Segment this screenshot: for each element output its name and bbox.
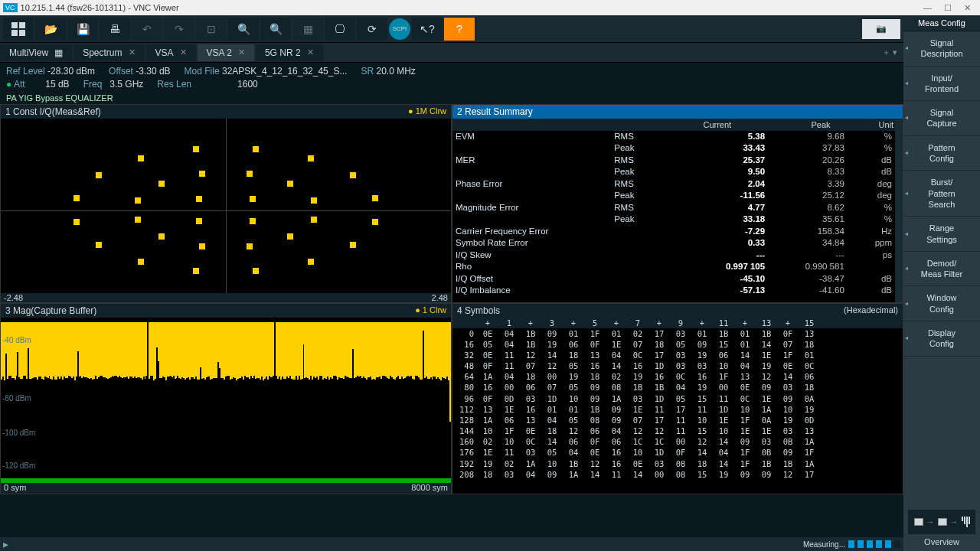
refresh-icon[interactable]: ⟳ bbox=[357, 18, 387, 41]
result-row: Carrier Frequency Error-7.29158.34Hz bbox=[452, 226, 903, 238]
pane-constellation[interactable]: 1 Const I/Q(Meas&Ref)● 1M Clrw -2.482.48 bbox=[0, 104, 452, 303]
window-controls: — ☐ ✕ bbox=[923, 3, 977, 13]
result-row: Peak9.508.33dB bbox=[452, 166, 903, 178]
pane-capture-buffer[interactable]: 3 Mag(Capture Buffer)● 1 Clrw -40 dBm -8… bbox=[0, 303, 452, 494]
svg-rect-2 bbox=[11, 30, 18, 36]
measuring-label: Measuring... bbox=[803, 540, 845, 549]
menu-range-settings[interactable]: RangeSettings bbox=[903, 217, 980, 252]
symbol-row: 144101F0E1812060412121115101E1E0313 bbox=[452, 425, 903, 436]
symbol-row: 16002100C14060F061C1C00121409030B1A bbox=[452, 436, 903, 447]
tab-close-icon[interactable]: ✕ bbox=[307, 47, 314, 57]
tab-close-icon[interactable]: ✕ bbox=[238, 47, 245, 57]
menu-input-frontend[interactable]: Input/Frontend bbox=[903, 67, 980, 102]
layout-icon[interactable]: ▦ bbox=[292, 18, 323, 41]
result-summary-table: Current Peak Unit EVMRMS5.389.68%Peak33.… bbox=[452, 119, 903, 302]
result-row: MERRMS25.3720.26dB bbox=[452, 155, 903, 167]
symbol-row: 1281A061304050809071711101E1F0A190D bbox=[452, 415, 903, 425]
capture-plot: -40 dBm -80 dBm -100 dBm -120 dBm 0 sym8… bbox=[1, 318, 451, 494]
statusbar: ▸ Measuring... bbox=[0, 537, 903, 551]
result-row: Rho0.997 1050.990 581 bbox=[452, 261, 903, 273]
symbol-row: 480F110712051614161D03031004190E0C bbox=[452, 360, 903, 371]
result-row: Peak33.4337.83% bbox=[452, 142, 903, 155]
tab-close-icon[interactable]: ✕ bbox=[129, 47, 136, 57]
tab-close-icon[interactable]: ✕ bbox=[180, 47, 187, 57]
result-row: Magnitude ErrorRMS4.778.62% bbox=[452, 202, 903, 214]
symbols-table: +1+3+5+7+9+11+13+15 00E041B09011F0102170… bbox=[452, 318, 903, 494]
titlebar: VC 10.215.1.44 (fsw26-101311) - VNC View… bbox=[0, 0, 980, 15]
result-row: EVMRMS5.389.68% bbox=[452, 131, 903, 143]
toolbar: 📂 💾 🖶 ↶ ↷ ⊡ 🔍 🔍 ▦ 🖵 ⟳ SCPI ↖? ? 📷 bbox=[0, 15, 903, 43]
tab-bar: MultiView ▦Spectrum✕VSA✕VSA 2✕5G NR 2✕ ＋… bbox=[0, 43, 903, 63]
help-icon[interactable]: ? bbox=[444, 18, 475, 41]
windows-icon[interactable] bbox=[3, 18, 34, 41]
pane-symbols[interactable]: 4 Symbols(Hexadecimal) +1+3+5+7+9+11+13+… bbox=[452, 303, 903, 494]
tab-5g-nr-2[interactable]: 5G NR 2✕ bbox=[256, 44, 323, 61]
measurement-params: Ref Level -28.30 dBm Offset -3.30 dB Mod… bbox=[0, 63, 903, 93]
symbol-row: 960F0D031D10091A031D0515110C1E090A bbox=[452, 393, 903, 404]
zoom-area-icon[interactable]: ⊡ bbox=[196, 18, 227, 41]
meas-config-button[interactable]: Meas Config bbox=[903, 15, 980, 31]
pointer-icon[interactable]: ↖? bbox=[412, 18, 443, 41]
menu-pattern-config[interactable]: PatternConfig bbox=[903, 136, 980, 171]
symbol-row: 00E041B09011F01021703011B011B0F13 bbox=[452, 328, 903, 339]
symbol-row: 320E1112141813040C17031906141E1F01 bbox=[452, 350, 903, 360]
result-row: Peak33.1835.61% bbox=[452, 214, 903, 226]
statusbar-arrow-icon[interactable]: ▸ bbox=[3, 538, 8, 550]
result-row: I/Q Skew------ps bbox=[452, 249, 903, 262]
menu-signal-capture[interactable]: SignalCapture bbox=[903, 101, 980, 136]
svg-rect-0 bbox=[11, 22, 18, 28]
screenshot-button[interactable]: 📷 bbox=[862, 19, 900, 39]
save-icon[interactable]: 💾 bbox=[67, 18, 98, 41]
app-badge-icon: VC bbox=[3, 3, 18, 12]
symbol-row: 641A04180019180219160C161F13121406 bbox=[452, 371, 903, 382]
side-menu: Meas Config SignalDescriptionInput/Front… bbox=[903, 15, 980, 551]
menu-burst-pattern-search[interactable]: Burst/PatternSearch bbox=[903, 171, 980, 217]
close-icon[interactable]: ✕ bbox=[964, 3, 971, 13]
redo-icon[interactable]: ↷ bbox=[164, 18, 194, 41]
symbol-row: 80160006070509081B1B0419000E090318 bbox=[452, 382, 903, 393]
display-icon[interactable]: 🖵 bbox=[325, 18, 355, 41]
maximize-icon[interactable]: ☐ bbox=[944, 3, 952, 13]
minimize-icon[interactable]: — bbox=[923, 3, 932, 13]
menu-display-config[interactable]: DisplayConfig bbox=[903, 321, 980, 357]
tab-add-icon[interactable]: ＋ ▾ bbox=[876, 47, 903, 58]
symbol-row: 1605041B19060F1E071805091501140718 bbox=[452, 339, 903, 350]
symbol-row: 112131E1601011B091E1117111D101A1019 bbox=[452, 404, 903, 415]
menu-demod-meas-filter[interactable]: Demod/Meas Filter bbox=[903, 252, 980, 287]
overview-button[interactable]: →→ Overview bbox=[903, 505, 980, 551]
zoom-in-icon[interactable]: 🔍 bbox=[228, 18, 259, 41]
print-icon[interactable]: 🖶 bbox=[100, 18, 130, 41]
tab-vsa-2[interactable]: VSA 2✕ bbox=[198, 44, 254, 61]
zoom-multi-icon[interactable]: 🔍 bbox=[260, 18, 291, 41]
result-row: I/Q Imbalance-57.13-41.60dB bbox=[452, 285, 903, 297]
menu-signal-description[interactable]: SignalDescription bbox=[903, 31, 980, 67]
svg-rect-3 bbox=[19, 30, 25, 36]
result-row: Symbol Rate Error0.3334.84ppm bbox=[452, 237, 903, 249]
result-row: Phase ErrorRMS2.043.39deg bbox=[452, 178, 903, 191]
tab-vsa[interactable]: VSA✕ bbox=[146, 44, 196, 61]
undo-icon[interactable]: ↶ bbox=[132, 18, 162, 41]
symbol-row: 1761E110305040E16101D0F14041F0B091F bbox=[452, 447, 903, 458]
svg-rect-1 bbox=[19, 22, 25, 28]
scpi-button[interactable]: SCPI bbox=[389, 18, 410, 40]
tab-multiview[interactable]: MultiView ▦ bbox=[0, 44, 72, 61]
constellation-plot: -2.482.48 bbox=[1, 119, 451, 302]
symbol-row: 19219021A101B12160E030818141F1B1B1A bbox=[452, 458, 903, 469]
scrollbar[interactable] bbox=[895, 119, 903, 302]
window-title: 10.215.1.44 (fsw26-101311) - VNC Viewer bbox=[21, 3, 179, 12]
result-row: I/Q Offset-45.10-38.47dB bbox=[452, 273, 903, 285]
symbol-row: 208180304091A1411140008151909091217 bbox=[452, 469, 903, 480]
open-icon[interactable]: 📂 bbox=[35, 18, 66, 41]
result-row: Peak-11.5625.12deg bbox=[452, 190, 903, 202]
menu-window-config[interactable]: WindowConfig bbox=[903, 286, 980, 321]
tab-spectrum[interactable]: Spectrum✕ bbox=[74, 44, 144, 61]
status-line: PA YIG Bypass EQUALIZER bbox=[0, 93, 903, 104]
pane-result-summary[interactable]: 2 Result Summary Current Peak Unit EVMRM… bbox=[452, 104, 903, 303]
